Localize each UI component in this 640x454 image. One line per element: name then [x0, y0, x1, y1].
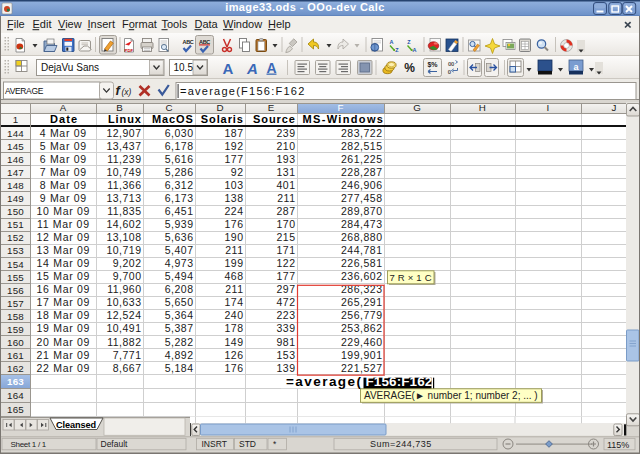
svg-text:159: 159 [7, 324, 24, 335]
svg-text:F156:F162: F156:F162 [366, 374, 433, 389]
svg-text:122: 122 [276, 257, 295, 269]
svg-text:199,901: 199,901 [341, 349, 382, 361]
svg-text:17 Mar 09: 17 Mar 09 [37, 296, 91, 308]
svg-text:6,030: 6,030 [165, 127, 194, 139]
svg-text:4,892: 4,892 [165, 349, 194, 361]
svg-text:289,870: 289,870 [341, 205, 382, 217]
svg-text:147: 147 [7, 167, 24, 178]
svg-text:MacOS: MacOS [152, 113, 194, 125]
svg-text:5,939: 5,939 [165, 218, 194, 230]
svg-text:10.5: 10.5 [174, 62, 194, 73]
svg-text:156: 156 [7, 285, 24, 296]
svg-text:5,494: 5,494 [165, 270, 194, 282]
svg-text:14,602: 14,602 [106, 218, 141, 230]
svg-text:268,880: 268,880 [341, 231, 382, 243]
svg-text:14 Mar 09: 14 Mar 09 [37, 257, 91, 269]
svg-text:144: 144 [7, 128, 24, 139]
svg-text:A: A [390, 39, 394, 45]
svg-text:Solaris: Solaris [201, 113, 244, 125]
svg-text:210: 210 [276, 140, 295, 152]
svg-text:297: 297 [276, 283, 295, 295]
svg-text:Source: Source [253, 113, 296, 125]
svg-text:92: 92 [231, 166, 244, 178]
svg-text:F: F [338, 102, 344, 113]
svg-text:View: View [58, 18, 82, 30]
svg-text:256,779: 256,779 [341, 309, 382, 321]
svg-text:8,667: 8,667 [113, 362, 142, 374]
svg-text:224: 224 [224, 205, 243, 217]
svg-text:164: 164 [7, 390, 24, 401]
svg-text:5,636: 5,636 [165, 231, 194, 243]
svg-text:19 Mar 09: 19 Mar 09 [37, 322, 91, 334]
svg-text:149: 149 [7, 193, 24, 204]
svg-text:13,713: 13,713 [106, 192, 141, 204]
svg-text:6,173: 6,173 [165, 192, 194, 204]
svg-text:236,602: 236,602 [341, 270, 382, 282]
svg-text:215: 215 [276, 231, 295, 243]
svg-text:10,633: 10,633 [106, 296, 141, 308]
svg-text:228,287: 228,287 [341, 166, 382, 178]
svg-text:B: B [116, 102, 123, 113]
svg-text:13,108: 13,108 [106, 231, 141, 243]
svg-text:6,178: 6,178 [165, 140, 194, 152]
svg-text:155: 155 [7, 272, 24, 283]
svg-text:11 Mar 09: 11 Mar 09 [37, 218, 90, 230]
svg-text:File: File [7, 18, 25, 30]
svg-text:115%: 115% [607, 440, 629, 450]
svg-text:211: 211 [277, 192, 295, 204]
svg-text:192: 192 [224, 140, 243, 152]
svg-text:7 Mar 09: 7 Mar 09 [40, 166, 87, 178]
svg-text:153: 153 [276, 349, 295, 361]
svg-text:170: 170 [276, 218, 295, 230]
svg-text:C: C [165, 102, 172, 113]
svg-text:265,291: 265,291 [341, 296, 382, 308]
svg-text:284,473: 284,473 [341, 218, 382, 230]
svg-text:177: 177 [224, 153, 243, 165]
svg-text:211: 211 [225, 283, 243, 295]
svg-text:image33.ods - OOo-dev Calc: image33.ods - OOo-dev Calc [225, 1, 385, 13]
svg-text:176: 176 [224, 218, 243, 230]
svg-text:4 Mar 09: 4 Mar 09 [40, 127, 87, 139]
svg-text:A: A [246, 60, 258, 77]
svg-text:G: G [413, 102, 421, 113]
svg-text:H: H [479, 102, 486, 113]
svg-text:Tools: Tools [162, 18, 188, 30]
svg-text:MS-Windows: MS-Windows [302, 113, 384, 125]
svg-text:E: E [268, 102, 275, 113]
svg-text:5,650: 5,650 [165, 296, 194, 308]
svg-text:15 Mar 09: 15 Mar 09 [37, 270, 91, 282]
svg-text:193: 193 [276, 153, 295, 165]
svg-text:160: 160 [7, 337, 24, 348]
svg-text:240: 240 [224, 309, 243, 321]
svg-text:Help: Help [268, 18, 291, 30]
svg-text:Sheet 1 / 1: Sheet 1 / 1 [11, 440, 47, 449]
svg-text:131: 131 [276, 166, 295, 178]
svg-text:151: 151 [7, 219, 24, 230]
svg-text:199: 199 [224, 257, 243, 269]
svg-text:261,225: 261,225 [341, 153, 382, 165]
svg-text:246,906: 246,906 [341, 179, 382, 191]
svg-text:154: 154 [7, 259, 24, 270]
svg-text:5,364: 5,364 [165, 309, 194, 321]
svg-text:INSRT: INSRT [202, 439, 227, 449]
svg-text:283,722: 283,722 [341, 127, 382, 139]
svg-text:282,515: 282,515 [341, 140, 382, 152]
svg-text:174: 174 [224, 296, 243, 308]
svg-text:239: 239 [276, 127, 295, 139]
svg-text:1: 1 [13, 114, 18, 125]
svg-text:5,616: 5,616 [165, 153, 194, 165]
svg-text:148: 148 [7, 180, 24, 191]
svg-text:163: 163 [7, 376, 24, 387]
svg-text:229,460: 229,460 [341, 336, 382, 348]
svg-text:244,781: 244,781 [341, 244, 382, 256]
svg-text:Format: Format [122, 18, 157, 30]
svg-text:287: 287 [276, 205, 295, 217]
svg-text:12,524: 12,524 [106, 309, 141, 321]
svg-text:20 Mar 09: 20 Mar 09 [37, 336, 91, 348]
svg-text:AVERAGE(► number 1; number 2;: AVERAGE(► number 1; number 2; ... ) [364, 390, 538, 401]
svg-text:Default: Default [101, 439, 129, 449]
svg-text:401: 401 [276, 179, 295, 191]
svg-text:221,527: 221,527 [341, 362, 382, 374]
svg-text:6,208: 6,208 [165, 283, 194, 295]
svg-text:146: 146 [7, 154, 24, 165]
